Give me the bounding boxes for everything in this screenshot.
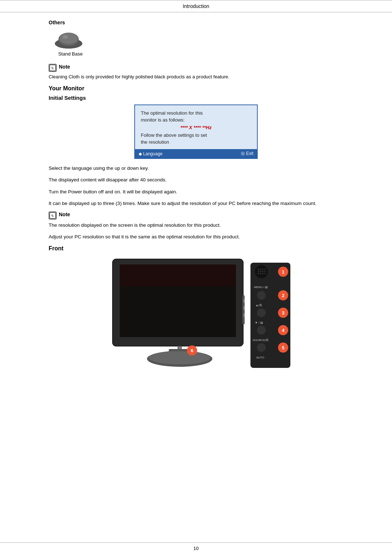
svg-rect-20	[243, 313, 245, 317]
settings-dialog: The optimal resolution for this monitor …	[134, 104, 258, 159]
svg-point-27	[264, 268, 266, 270]
note2-text2: Adjust your PC resolution so that it is …	[49, 233, 343, 241]
para2: The displayed content will disappear aft…	[49, 176, 343, 184]
svg-text:✎: ✎	[50, 66, 54, 70]
note1-icon: ✎	[49, 64, 57, 72]
svg-point-29	[260, 271, 261, 272]
svg-point-47	[257, 326, 266, 335]
note-pencil-icon: ✎	[49, 65, 56, 71]
svg-text:✎: ✎	[50, 214, 54, 218]
note2-icon: ✎	[49, 212, 57, 219]
page-number: 10	[193, 546, 199, 551]
svg-text:SOURCE/亮: SOURCE/亮	[253, 338, 269, 342]
note2-section: ✎ Note	[49, 212, 343, 219]
stand-base-svg	[52, 28, 85, 50]
page-header: Introduction	[0, 0, 392, 12]
svg-point-2	[60, 33, 78, 44]
svg-text:MENU / ▤: MENU / ▤	[254, 286, 268, 289]
svg-point-34	[262, 273, 264, 274]
header-title: Introduction	[183, 3, 209, 9]
svg-rect-18	[243, 299, 245, 303]
badge-6-svg: 6	[187, 345, 197, 356]
svg-point-28	[258, 271, 259, 272]
footer-exit: ㊗ Exit	[241, 151, 253, 157]
svg-point-39	[257, 291, 266, 300]
dialog-line1: The optimal resolution for this	[141, 110, 251, 116]
footer-language: ◆ Language	[139, 151, 163, 156]
svg-point-43	[257, 308, 266, 317]
monitor-illustration: 1 MENU / ▤ 2 ▲/亮 3	[49, 255, 343, 368]
note1-text: Cleaning Cloth is only provided for high…	[49, 74, 343, 79]
svg-point-35	[264, 273, 266, 274]
svg-text:6: 6	[191, 348, 193, 353]
stand-base-caption: Stand Base	[56, 51, 85, 57]
others-label: Others	[49, 20, 343, 25]
page-container: Introduction Others Stand Base	[0, 0, 392, 554]
content-area: Others Stand Base ✎	[0, 20, 392, 368]
dialog-line4: the resolution	[141, 139, 251, 145]
svg-rect-11	[120, 264, 236, 286]
svg-text:5: 5	[282, 345, 284, 350]
svg-point-51	[257, 343, 266, 352]
svg-point-3	[62, 35, 68, 39]
svg-text:AUTO: AUTO	[256, 356, 264, 359]
svg-point-26	[262, 268, 264, 270]
monitor-svg	[102, 255, 258, 368]
svg-text:3: 3	[282, 310, 284, 316]
dialog-resolution: **** X **** **Hz	[141, 125, 251, 130]
svg-text:▲/亮: ▲/亮	[256, 304, 262, 307]
settings-dialog-footer: ◆ Language ㊗ Exit	[135, 149, 257, 158]
dialog-line3: Follow the above settings to set	[141, 132, 251, 138]
svg-point-33	[260, 273, 261, 274]
svg-point-30	[262, 271, 264, 272]
note2-text1: The resolution displayed on the screen i…	[49, 222, 343, 229]
others-section: Others Stand Base	[49, 20, 343, 57]
front-section: Front	[49, 245, 343, 368]
note1-label: Note	[59, 64, 70, 70]
front-heading: Front	[49, 245, 343, 252]
svg-rect-19	[243, 306, 245, 310]
svg-text:2: 2	[282, 293, 284, 298]
stand-base-image: Stand Base	[52, 28, 85, 57]
note1-section: ✎ Note	[49, 64, 343, 72]
svg-text:4: 4	[282, 328, 285, 333]
control-panel-svg: 1 MENU / ▤ 2 ▲/亮 3	[250, 263, 290, 368]
note2-label: Note	[59, 212, 70, 217]
svg-point-25	[260, 268, 261, 270]
svg-point-31	[264, 271, 266, 272]
buttons-panel: 1 MENU / ▤ 2 ▲/亮 3	[250, 263, 290, 368]
svg-point-32	[258, 273, 259, 274]
svg-text:1: 1	[282, 269, 284, 275]
note2-pencil-icon: ✎	[49, 212, 56, 219]
svg-point-13	[178, 346, 181, 349]
initial-settings-heading: Initial Settings	[49, 95, 343, 101]
para1: Select the language using the up or down…	[49, 165, 343, 172]
para4: It can be displayed up to three (3) time…	[49, 200, 343, 207]
svg-point-24	[258, 268, 259, 270]
settings-dialog-body: The optimal resolution for this monitor …	[135, 105, 257, 149]
your-monitor-heading: Your Monitor	[49, 85, 343, 92]
dialog-line2: monitor is as follows:	[141, 117, 251, 123]
para3: Turn the Power button off and on. It wil…	[49, 188, 343, 196]
svg-text:▼ / ▤: ▼ / ▤	[255, 321, 263, 324]
badge-6: 6	[187, 345, 197, 357]
svg-point-16	[149, 351, 211, 364]
page-footer: 10	[0, 542, 392, 554]
svg-point-23	[255, 265, 268, 278]
